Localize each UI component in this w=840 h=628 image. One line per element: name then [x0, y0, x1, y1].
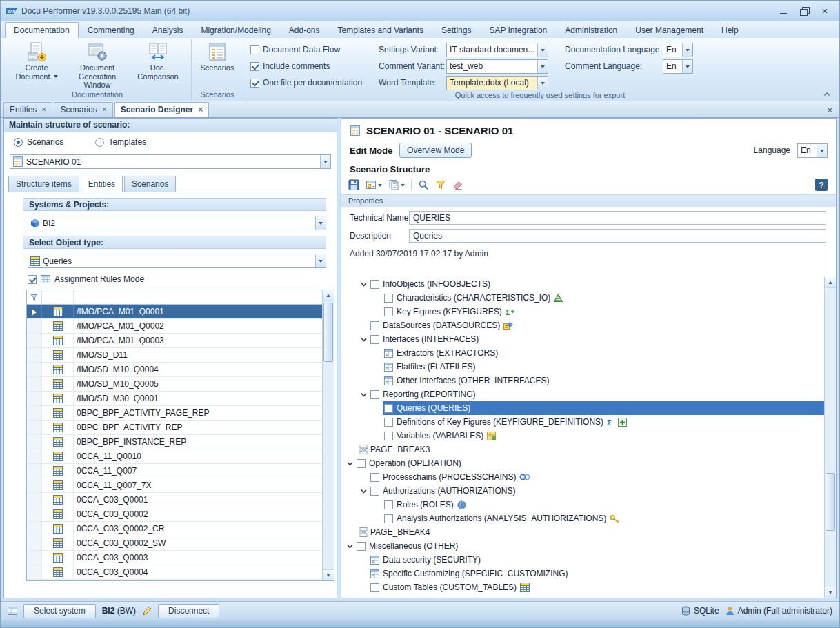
tree-item-page-break4[interactable]: PAGE_BREAK4 [341, 525, 824, 539]
tree-item-data-security-security[interactable]: AData security (SECURITY) [341, 553, 824, 567]
disconnect-button[interactable]: Disconnect [158, 604, 219, 618]
tree-item-characteristics-characteristics-io[interactable]: Characteristics (CHARACTERISTICS_IO) [341, 291, 824, 305]
object-type-combo[interactable]: Queries [28, 254, 326, 268]
scenarios-button[interactable]: Scenarios [194, 39, 240, 72]
tree-checkbox[interactable] [370, 473, 379, 482]
tree-item-variables-variables[interactable]: Variables (VARIABLES) [341, 429, 824, 443]
documentation-language-combo[interactable]: En [663, 43, 693, 57]
tree-checkbox[interactable] [384, 294, 393, 303]
tree-item-miscellaneous-other[interactable]: Miscellaneous (OTHER) [341, 539, 824, 553]
search-button[interactable] [418, 179, 429, 190]
grid-row[interactable]: 0CCA_C03_Q0001 [27, 493, 322, 507]
edit-system-icon[interactable] [142, 606, 152, 616]
scroll-down-icon[interactable]: ▼ [323, 569, 334, 580]
radio-templates[interactable]: Templates [95, 137, 146, 147]
scroll-up-icon[interactable]: ▲ [323, 290, 334, 301]
grid-row[interactable]: 0BPC_BPF_ACTIVITY_PAGE_REP [27, 406, 322, 421]
settings-variant-combo[interactable]: IT standard documen... [446, 43, 548, 57]
grid-row[interactable]: 0CCA_11_Q0010 [27, 449, 322, 464]
ribbon-tab-user-management[interactable]: User Management [626, 22, 712, 38]
ribbon-tab-commenting[interactable]: Commenting [79, 22, 143, 38]
radio-scenarios[interactable]: Scenarios [14, 137, 63, 147]
document-generation-button[interactable]: Document Generation Window [67, 39, 128, 90]
grid-row[interactable]: 0CCA_C03_Q0002_SW [27, 536, 322, 551]
tree-item-datasources-datasources[interactable]: DataSources (DATASOURCES) [341, 318, 824, 332]
ribbon-checkbox-document-data-flow[interactable]: Document Data Flow [250, 45, 362, 54]
left-tab-entities[interactable]: Entities [81, 176, 123, 192]
ribbon-tab-add-ons[interactable]: Add-ons [280, 22, 329, 38]
left-tab-structure-items[interactable]: Structure items [8, 176, 79, 192]
grid-scrollbar[interactable]: ▲ ▼ [322, 290, 334, 580]
doc-comparison-button[interactable]: Doc. Comparison [128, 39, 188, 81]
insert-item-button[interactable] [366, 179, 382, 190]
comment-variant-combo[interactable]: test_web [446, 59, 548, 74]
grid-row[interactable]: /IMO/PCA_M01_Q0001 [27, 305, 322, 319]
grid-row[interactable]: /IMO/SD_D11 [27, 348, 322, 363]
tree-item-flatfiles-flatfiles[interactable]: AFlatfiles (FLATFILES) [341, 360, 824, 374]
grid-row[interactable]: 0CCA_C03_Q0002 [27, 507, 322, 522]
document-tab-scenarios[interactable]: Scenarios× [54, 102, 112, 117]
ribbon-tab-administration[interactable]: Administration [556, 22, 626, 38]
tree-item-custom-tables-custom-tables[interactable]: Custom Tables (CUSTOM_TABLES) [341, 580, 824, 594]
tree-item-definitions-of-key-figures-keyfigure-definitions[interactable]: Definitions of Key Figures (KEYFIGURE_DE… [341, 415, 824, 429]
tree-checkbox[interactable] [384, 404, 393, 413]
close-tab-icon[interactable]: × [198, 105, 203, 114]
tree-item-infoobjects-infoobjects[interactable]: InfoObjects (INFOOBJECTS) [341, 277, 824, 291]
user-status[interactable]: Admin (Full administrator) [726, 606, 832, 616]
combo-arrow-icon[interactable] [315, 254, 326, 267]
overview-mode-button[interactable]: Overview Mode [399, 143, 472, 158]
grid-row[interactable]: 0BPC_BPF_ACTIVITY_REP [27, 421, 322, 435]
technical-name-input[interactable] [409, 211, 826, 225]
tree-item-specific-customizing-specific-customizing[interactable]: ASpecific Customizing (SPECIFIC_CUSTOMIZ… [341, 567, 824, 580]
tree-checkbox[interactable] [370, 335, 379, 344]
tree-item-extractors-extractors[interactable]: AExtractors (EXTRACTORS) [341, 346, 824, 360]
tree-checkbox[interactable] [384, 307, 393, 316]
ribbon-tab-migration-modeling[interactable]: Migration/Modeling [192, 22, 279, 38]
tree-item-interfaces-interfaces[interactable]: Interfaces (INTERFACES) [341, 332, 824, 346]
grid-row[interactable]: 0CCA_C03_Q0003 [27, 551, 322, 565]
tree-checkbox[interactable] [370, 390, 379, 399]
tree-item-queries-queries[interactable]: Queries (QUERIES) [341, 401, 824, 415]
ribbon-tab-documentation[interactable]: Documentation [5, 22, 79, 38]
tree-item-processchains-processchains[interactable]: Processchains (PROCESSCHAINS) [341, 470, 824, 484]
scroll-up-icon[interactable]: ▲ [825, 277, 836, 288]
grid-row[interactable]: 0CCA_11_Q007_7X [27, 478, 322, 493]
combo-arrow-icon[interactable] [682, 60, 692, 73]
combo-arrow-icon[interactable] [537, 43, 548, 57]
system-combo[interactable]: BI2 [28, 216, 326, 230]
tree-item-reporting-reporting[interactable]: Reporting (REPORTING) [341, 387, 824, 401]
grid-row[interactable]: /IMO/SD_M10_Q0004 [27, 363, 322, 377]
ribbon-tab-settings[interactable]: Settings [432, 22, 480, 38]
tree-scrollbar[interactable]: ▲ ▼ [824, 277, 836, 598]
combo-arrow-icon[interactable] [682, 43, 692, 57]
expander-icon[interactable] [358, 391, 369, 398]
restore-button[interactable] [795, 4, 813, 18]
tree-checkbox[interactable] [384, 418, 393, 427]
expander-icon[interactable] [344, 460, 355, 467]
close-button[interactable]: × [816, 4, 834, 18]
close-tab-icon[interactable]: × [41, 105, 46, 114]
language-combo[interactable]: En [797, 143, 828, 158]
grid-row[interactable]: 0CCA_C03_Q0004 [27, 565, 322, 580]
document-tab-entities[interactable]: Entities× [3, 102, 52, 117]
combo-arrow-icon[interactable] [320, 155, 330, 168]
combo-arrow-icon[interactable] [537, 60, 548, 73]
grid-row[interactable]: 0BPC_BPF_INSTANCE_REP [27, 435, 322, 449]
description-input[interactable] [409, 229, 826, 243]
ribbon-tab-analysis[interactable]: Analysis [143, 22, 192, 38]
expander-icon[interactable] [344, 543, 355, 550]
close-tab-icon[interactable]: × [102, 105, 107, 114]
tree-checkbox[interactable] [384, 500, 393, 509]
grid-filter-row[interactable] [27, 290, 322, 305]
combo-arrow-icon[interactable] [315, 216, 326, 230]
expander-icon[interactable] [358, 336, 369, 343]
tree-item-key-figures-keyfigures[interactable]: Key Figures (KEYFIGURES)Σ [341, 305, 824, 318]
help-button[interactable]: ? [815, 179, 828, 191]
tree-item-roles-roles[interactable]: Roles (ROLES) [341, 498, 824, 511]
tree-checkbox[interactable] [384, 514, 393, 523]
clear-filter-button[interactable] [452, 179, 463, 190]
word-template-combo[interactable]: Template.dotx (Local) [446, 76, 548, 90]
create-document-button[interactable]: Create Document. [6, 39, 67, 81]
scroll-down-icon[interactable]: ▼ [825, 587, 836, 598]
comment-language-combo[interactable]: En [663, 59, 693, 74]
